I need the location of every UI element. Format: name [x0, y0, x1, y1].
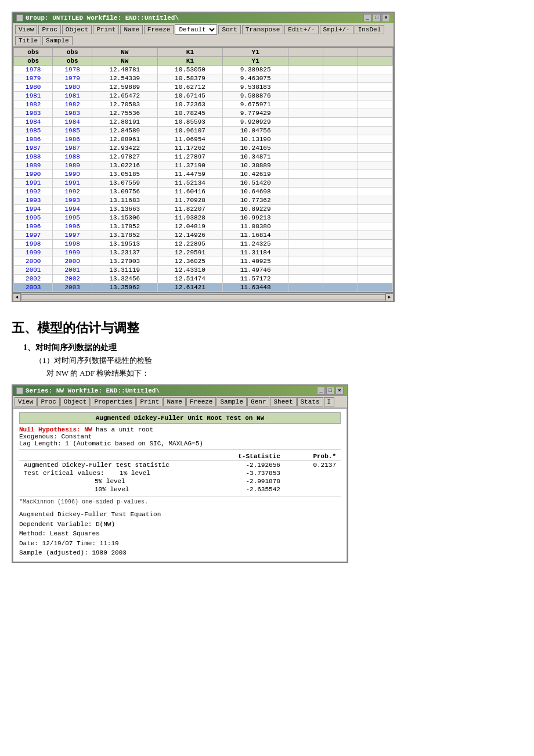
table-row: 1990199013.0518511.4475910.42619 [14, 170, 393, 179]
series-name-button[interactable]: Name [163, 397, 185, 406]
col-y1: Y1 [223, 57, 288, 66]
separator-1 [19, 449, 341, 450]
table-row: 1995199513.1530611.9382810.99213 [14, 214, 393, 222]
table-row: 1978197812.4878110.530509.389825 [14, 66, 393, 74]
empty-cell [358, 240, 393, 249]
empty-cell [288, 257, 323, 266]
window-icon [16, 15, 23, 21]
data-cell: 13.17852 [92, 231, 157, 240]
empty-cell [288, 240, 323, 249]
obs-cell: 1981 [53, 92, 92, 100]
col-e1 [288, 57, 323, 66]
obs-cell: 1993 [14, 196, 53, 205]
data-cell: 12.04819 [157, 222, 223, 231]
view-button[interactable]: View [15, 25, 37, 34]
series-proc-button[interactable]: Proc [37, 397, 59, 406]
obs-cell: 2001 [14, 266, 53, 275]
adf-date: Date: 12/19/07 Time: 11:19 [19, 539, 341, 549]
empty-cell [358, 92, 393, 100]
data-cell: 10.62712 [157, 83, 223, 92]
obs-cell: 1979 [53, 74, 92, 83]
obs-cell: 1989 [14, 161, 53, 170]
data-cell: 12.29591 [157, 249, 223, 257]
series-minimize-button[interactable]: _ [317, 387, 325, 395]
data-cell: 9.389825 [223, 66, 288, 74]
empty-cell [358, 135, 393, 144]
data-cell: 11.57172 [223, 275, 288, 283]
series-print-button[interactable]: Print [136, 397, 163, 406]
group-toolbar: View Proc Object Print Name Freeze Defau… [13, 23, 394, 47]
empty-cell [358, 127, 393, 135]
default-select[interactable]: Default [175, 24, 217, 35]
close-button[interactable]: × [382, 14, 390, 22]
empty-cell [323, 109, 358, 118]
title-button[interactable]: Title [15, 36, 41, 45]
data-cell: 12.54339 [92, 74, 157, 83]
transpose-button[interactable]: Transpose [242, 25, 283, 34]
series-freeze-button[interactable]: Freeze [186, 397, 217, 406]
series-sheet-button[interactable]: Sheet [270, 397, 296, 406]
data-cell: 12.61421 [157, 283, 223, 292]
print-button[interactable]: Print [93, 25, 119, 34]
name-button[interactable]: Name [120, 25, 142, 34]
table-row: 1992199213.0975611.6041610.64698 [14, 188, 393, 196]
empty-cell [288, 205, 323, 214]
empty-cell [358, 257, 393, 266]
scroll-right-button[interactable]: ► [385, 293, 394, 301]
data-cell: 13.15306 [92, 214, 157, 222]
empty-cell [288, 266, 323, 275]
obs-cell: 2003 [14, 283, 53, 292]
empty-cell [358, 109, 393, 118]
maximize-button[interactable]: □ [373, 14, 381, 22]
proc-button[interactable]: Proc [38, 25, 60, 34]
scroll-left-button[interactable]: ◄ [13, 293, 21, 301]
series-maximize-button[interactable]: □ [326, 387, 334, 395]
series-view-button[interactable]: View [15, 397, 37, 406]
series-close-button[interactable]: × [335, 387, 344, 395]
data-cell: 13.31119 [92, 266, 157, 275]
obs-cell: 2003 [53, 283, 92, 292]
series-title-controls: _ □ × [317, 387, 344, 395]
empty-cell [323, 188, 358, 196]
empty-cell [323, 249, 358, 257]
data-cell: 12.65472 [92, 92, 157, 100]
data-cell: 12.70583 [92, 100, 157, 109]
series-properties-button[interactable]: Properties [91, 397, 136, 406]
series-stats-button[interactable]: Stats [297, 397, 323, 406]
empty-cell [288, 222, 323, 231]
series-i-button[interactable]: I [324, 397, 335, 406]
obs-cell: 1986 [53, 135, 92, 144]
edit-button[interactable]: Edit+/- [284, 25, 318, 34]
sample-button[interactable]: Sample [42, 36, 73, 45]
series-object-button[interactable]: Object [60, 397, 91, 406]
series-genr-button[interactable]: Genr [247, 397, 269, 406]
column-name-row: obs obs NW K1 Y1 [14, 57, 393, 66]
null-hyp-highlight: Null Hypothesis: NW [19, 426, 92, 433]
empty-cell [288, 74, 323, 83]
empty-cell [288, 275, 323, 283]
horizontal-scrollbar[interactable]: ◄ ► [13, 293, 394, 301]
data-cell: 11.70928 [157, 196, 223, 205]
empty-cell [288, 283, 323, 292]
freeze-button[interactable]: Freeze [144, 25, 174, 34]
obs-cell: 1979 [14, 74, 53, 83]
insdel-button[interactable]: InsDel [355, 25, 385, 34]
smpl-button[interactable]: Smpl+/- [320, 25, 353, 34]
object-button[interactable]: Object [62, 25, 92, 34]
table-row: 1999199913.2313712.2959111.31184 [14, 249, 393, 257]
adf-label-header [19, 452, 196, 461]
empty-cell [323, 275, 358, 283]
series-sample-button[interactable]: Sample [217, 397, 247, 406]
sort-button[interactable]: Sort [218, 25, 240, 34]
table-row: 2002200213.3245612.5147411.57172 [14, 275, 393, 283]
adf-cv5-prob [285, 477, 341, 485]
data-cell: 11.82207 [157, 205, 223, 214]
scroll-track[interactable] [21, 294, 385, 300]
minimize-button[interactable]: _ [363, 14, 371, 22]
obs-cell: 2002 [14, 275, 53, 283]
adf-null-hypothesis: Null Hypothesis: NW has a unit root [19, 426, 341, 433]
empty-cell [323, 179, 358, 188]
data-cell: 11.08380 [223, 222, 288, 231]
empty-cell [358, 196, 393, 205]
empty-cell [288, 231, 323, 240]
